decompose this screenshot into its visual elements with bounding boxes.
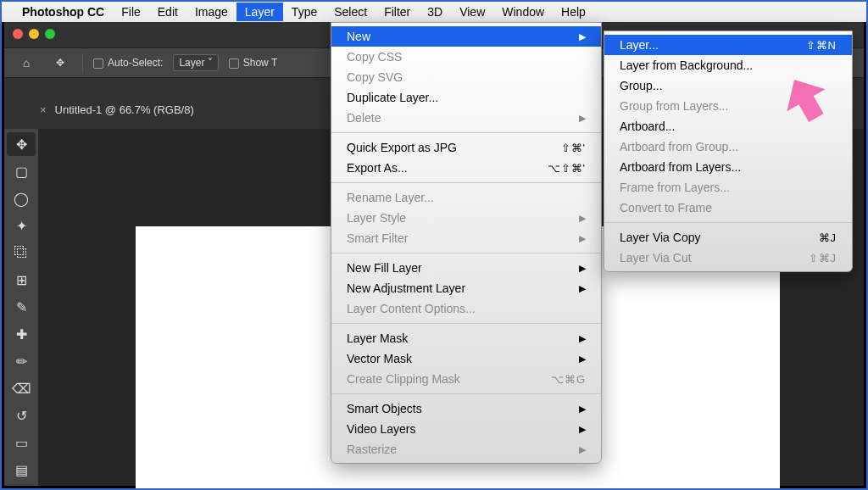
menu-item-new[interactable]: New▶: [331, 26, 601, 47]
menu-item-label: Convert to Frame: [620, 201, 712, 214]
menu-item-artboard-from-group: Artboard from Group...: [604, 136, 852, 157]
close-tab-icon[interactable]: ×: [40, 103, 47, 116]
minimize-icon[interactable]: [29, 29, 39, 39]
menu-item-quick-export-as-jpg[interactable]: Quick Export as JPG⇧⌘': [331, 137, 601, 158]
menu-item-layer-from-background[interactable]: Layer from Background...: [604, 55, 852, 75]
menu-item-label: Layer Via Copy: [620, 231, 700, 244]
close-icon[interactable]: [13, 29, 23, 39]
menu-view[interactable]: View: [451, 3, 493, 21]
layer-menu: New▶Copy CSSCopy SVGDuplicate Layer...De…: [331, 22, 602, 464]
menu-layer[interactable]: Layer: [236, 3, 283, 21]
menu-item-convert-to-frame: Convert to Frame: [604, 198, 852, 218]
tool-stamp[interactable]: ⌫: [7, 376, 36, 400]
tool-marquee[interactable]: ▢: [7, 159, 36, 183]
menu-item-label: Layer Mask: [347, 331, 408, 345]
tool-brush[interactable]: ✏: [7, 349, 36, 373]
submenu-arrow-icon: ▶: [579, 424, 586, 435]
auto-select-dropdown[interactable]: Layer ˅: [173, 54, 218, 71]
menu-select[interactable]: Select: [326, 3, 376, 21]
menu-item-smart-objects[interactable]: Smart Objects▶: [331, 398, 601, 419]
tool-crop[interactable]: ⿻: [7, 241, 36, 264]
menu-item-frame-from-layers: Frame from Layers...: [604, 177, 852, 198]
tool-wand[interactable]: ✦: [7, 214, 36, 237]
app-title[interactable]: Photoshop CC: [22, 5, 104, 19]
menu-item-layer-style: Layer Style▶: [331, 208, 601, 228]
menu-item-export-as[interactable]: Export As...⌥⇧⌘': [331, 158, 601, 178]
move-tool-icon[interactable]: ✥: [48, 57, 72, 69]
menu-separator: [331, 132, 601, 133]
menu-item-label: Vector Mask: [347, 352, 412, 365]
submenu-arrow-icon: ▶: [579, 263, 586, 274]
menu-item-group-from-layers: Group from Layers...: [604, 96, 852, 116]
menu-item-shortcut: ⇧⌘': [561, 142, 586, 154]
menu-item-duplicate-layer[interactable]: Duplicate Layer...: [331, 87, 601, 108]
menu-item-artboard[interactable]: Artboard...: [604, 116, 852, 136]
submenu-arrow-icon: ▶: [579, 333, 586, 344]
tool-lasso[interactable]: ◯: [7, 187, 36, 210]
menu-item-video-layers[interactable]: Video Layers▶: [331, 419, 601, 439]
menu-type[interactable]: Type: [283, 3, 326, 21]
menu-3d[interactable]: 3D: [419, 3, 451, 21]
menu-item-label: Group...: [620, 79, 663, 92]
menu-edit[interactable]: Edit: [149, 3, 186, 21]
menu-separator: [331, 253, 601, 253]
menu-item-shortcut: ⌥⌘G: [551, 373, 586, 386]
auto-select-checkbox[interactable]: Auto-Select:: [93, 57, 163, 69]
menu-separator: [331, 393, 601, 394]
menu-item-label: Layer...: [620, 38, 659, 52]
submenu-arrow-icon: ▶: [579, 404, 586, 415]
menu-filter[interactable]: Filter: [376, 3, 419, 21]
menu-item-create-clipping-mask: Create Clipping Mask⌥⌘G: [331, 369, 601, 389]
tool-eyedropper[interactable]: ✎: [7, 295, 36, 319]
menu-file[interactable]: File: [113, 3, 149, 21]
home-icon[interactable]: ⌂: [14, 56, 38, 70]
zoom-icon[interactable]: [45, 29, 55, 39]
submenu-arrow-icon: ▶: [579, 444, 586, 455]
menu-item-layer[interactable]: Layer...⇧⌘N: [604, 35, 852, 55]
menu-item-new-adjustment-layer[interactable]: New Adjustment Layer▶: [331, 278, 601, 298]
menu-item-label: Artboard from Layers...: [620, 160, 741, 174]
menu-item-layer-via-cut: Layer Via Cut⇧⌘J: [604, 248, 852, 268]
menu-image[interactable]: Image: [186, 3, 236, 21]
menu-help[interactable]: Help: [553, 3, 594, 21]
menu-item-label: Layer Content Options...: [347, 302, 476, 315]
menu-item-layer-mask[interactable]: Layer Mask▶: [331, 328, 601, 348]
menu-separator: [331, 182, 601, 183]
show-transform-checkbox[interactable]: Show T: [229, 57, 277, 69]
menu-item-layer-via-copy[interactable]: Layer Via Copy⌘J: [604, 227, 852, 248]
menu-item-label: Export As...: [347, 161, 408, 175]
menu-item-smart-filter: Smart Filter▶: [331, 228, 601, 248]
menu-item-label: Create Clipping Mask: [347, 372, 460, 386]
menu-item-label: Duplicate Layer...: [347, 91, 438, 104]
menu-item-label: Copy SVG: [347, 70, 403, 84]
menu-item-shortcut: ⇧⌘N: [806, 39, 837, 52]
menu-item-shortcut: ⌥⇧⌘': [548, 162, 586, 175]
menu-separator: [331, 323, 601, 324]
menu-item-label: Layer Style: [347, 211, 406, 225]
tool-gradient[interactable]: ▤: [7, 458, 36, 482]
tool-eraser[interactable]: ▭: [7, 431, 36, 454]
tool-move[interactable]: ✥: [7, 132, 36, 156]
document-tab[interactable]: × Untitled-1 @ 66.7% (RGB/8): [40, 103, 194, 116]
submenu-arrow-icon: ▶: [579, 283, 586, 294]
document-title: Untitled-1 @ 66.7% (RGB/8): [55, 103, 194, 116]
window-controls[interactable]: [13, 29, 55, 39]
tool-heal[interactable]: ✚: [7, 322, 36, 346]
menu-window[interactable]: Window: [493, 3, 553, 21]
menu-item-new-fill-layer[interactable]: New Fill Layer▶: [331, 258, 601, 278]
tool-frame[interactable]: ⊞: [7, 268, 36, 292]
menu-separator: [604, 222, 852, 223]
macos-menubar: Photoshop CC FileEditImageLayerTypeSelec…: [2, 2, 866, 22]
menu-item-shortcut: ⌘J: [819, 231, 837, 244]
menu-item-copy-css: Copy CSS: [331, 47, 601, 67]
menu-item-rename-layer: Rename Layer...: [331, 187, 601, 208]
menu-item-label: Frame from Layers...: [620, 181, 730, 194]
menu-item-delete: Delete▶: [331, 108, 601, 128]
menu-item-group[interactable]: Group...: [604, 75, 852, 96]
menu-item-label: Smart Filter: [347, 231, 408, 245]
menu-item-rasterize: Rasterize▶: [331, 439, 601, 459]
menu-item-artboard-from-layers[interactable]: Artboard from Layers...: [604, 157, 852, 177]
tool-history[interactable]: ↺: [7, 404, 36, 427]
menu-item-vector-mask[interactable]: Vector Mask▶: [331, 348, 601, 369]
submenu-arrow-icon: ▶: [579, 31, 586, 42]
